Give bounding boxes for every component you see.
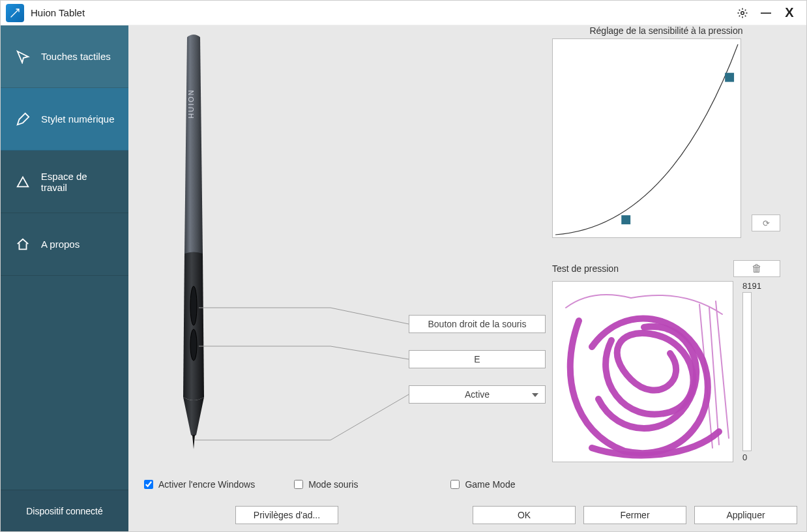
close-window-button[interactable]: X [778,4,801,22]
svg-point-3 [190,329,197,361]
svg-line-5 [330,308,409,324]
sidebar-item-label: Espace de travail [41,171,115,193]
pen-button-bottom-field[interactable]: E [409,350,546,368]
app-icon [6,4,24,22]
pressure-max-value: 8191 [742,281,761,291]
sensitivity-title: Réglage de la sensibilité à la pression [552,25,780,36]
svg-point-0 [741,11,744,14]
svg-line-7 [330,346,409,359]
cursor-icon [14,50,32,64]
admin-privileges-button[interactable]: Privilèges d'ad... [235,506,338,524]
pen-icon [14,112,32,126]
svg-line-9 [330,394,409,440]
pressure-test-title: Test de pression [552,263,733,274]
close-button[interactable]: Fermer [583,506,686,524]
svg-point-2 [190,286,197,325]
windows-ink-checkbox[interactable]: Activer l'encre Windows [144,479,255,490]
svg-rect-10 [621,215,630,224]
game-mode-label: Game Mode [465,479,515,490]
sidebar-item-digital-pen[interactable]: Stylet numérique [1,88,128,151]
sidebar-item-touch-keys[interactable]: Touches tactiles [1,25,128,88]
pressure-test-panel: Test de pression 🗑 [552,260,780,462]
sidebar-item-label: Touches tactiles [41,51,111,62]
mouse-mode-label: Mode souris [308,479,358,490]
ok-button[interactable]: OK [473,506,576,524]
apply-button[interactable]: Appliquer [694,506,797,524]
sidebar-item-label: A propos [41,239,80,250]
pressure-min-value: 0 [742,452,747,462]
sidebar-item-label: Stylet numérique [41,113,115,125]
options-row: Activer l'encre Windows Mode souris Game… [144,479,793,490]
sidebar: Touches tactiles Stylet numérique Espace… [1,25,128,531]
svg-rect-11 [725,73,734,82]
game-mode-checkbox[interactable]: Game Mode [450,479,515,490]
windows-ink-label: Activer l'encre Windows [158,479,255,490]
pen-tip-mode-label: Active [465,389,490,400]
pen-button-top-label: Bouton droit de la souris [428,319,527,329]
mouse-mode-input[interactable] [294,480,303,489]
minimize-button[interactable]: — [754,4,778,22]
sensitivity-graph[interactable] [552,38,741,238]
pressure-test-canvas[interactable] [552,281,733,462]
game-mode-input[interactable] [450,480,460,489]
trash-icon: 🗑 [752,263,762,274]
main-panel: HUION Bouton droit de la souri [128,25,806,531]
title-bar: Huion Tablet — X [1,1,806,25]
reset-icon: ⟳ [763,218,770,228]
pen-button-top-field[interactable]: Bouton droit de la souris [409,315,546,333]
windows-ink-input[interactable] [144,480,153,489]
pen-illustration: HUION [174,32,213,449]
svg-text:HUION: HUION [187,89,195,118]
sidebar-item-workspace[interactable]: Espace de travail [1,151,128,213]
home-icon [14,237,32,252]
pen-button-bottom-label: E [474,354,480,364]
sensitivity-reset-button[interactable]: ⟳ [752,214,780,231]
pressure-test-clear-button[interactable]: 🗑 [733,260,780,277]
sidebar-item-about[interactable]: A propos [1,213,128,276]
workspace-icon [14,175,32,189]
sensitivity-panel: Réglage de la sensibilité à la pression … [552,25,780,238]
pressure-bar: 8191 0 [742,281,761,462]
pen-tip-mode-select[interactable]: Active [409,385,546,404]
pressure-bar-track [742,292,752,451]
bottom-bar: Privilèges d'ad... OK Fermer Appliquer [128,499,806,531]
connection-status: Dispositif connecté [1,490,128,531]
mouse-mode-checkbox[interactable]: Mode souris [294,479,358,490]
app-title: Huion Tablet [31,7,85,18]
settings-button[interactable] [731,4,754,22]
